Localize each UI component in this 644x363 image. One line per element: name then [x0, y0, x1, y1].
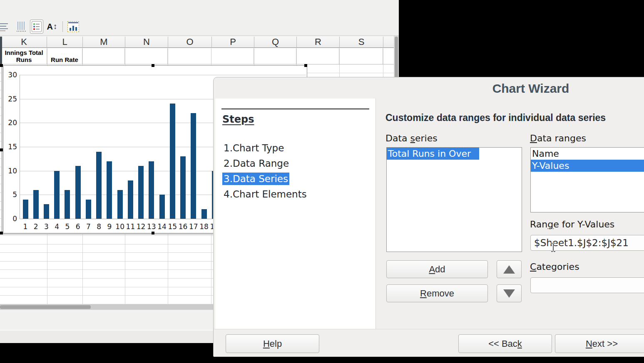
- range-for-y-input[interactable]: $Sheet1.$J$2:$J$21: [530, 235, 644, 251]
- add-button[interactable]: Add: [386, 260, 488, 278]
- steps-heading: Steps: [222, 114, 254, 125]
- bar-over-3[interactable]: [44, 204, 49, 219]
- column-header-partial[interactable]: [383, 37, 395, 48]
- cell-K1[interactable]: Innings Total Runs: [1, 48, 47, 64]
- selection-handle[interactable]: [152, 64, 154, 67]
- x-tick-label: 5: [62, 222, 73, 231]
- selection-handle[interactable]: [152, 232, 154, 235]
- toolbar-separator: [62, 21, 63, 32]
- range-for-y-label: Range for Y-Values: [530, 219, 614, 230]
- chart-toolbar: A↕: [0, 18, 399, 35]
- cell-O1[interactable]: [168, 48, 211, 64]
- bar-over-10[interactable]: [117, 190, 123, 219]
- data-series-item[interactable]: Total Runs in Over: [387, 148, 479, 160]
- down-arrow-icon: [503, 289, 515, 298]
- bar-over-12[interactable]: [138, 166, 144, 219]
- partial-column-header: [0, 37, 2, 66]
- x-tick-label: 18: [199, 222, 209, 231]
- selection-handle[interactable]: [304, 64, 307, 67]
- steps-panel: Steps 1.Chart Type2.Data Range3.Data Ser…: [215, 99, 376, 329]
- column-header-N[interactable]: N: [125, 37, 168, 48]
- column-header-P[interactable]: P: [212, 37, 254, 48]
- bar-over-9[interactable]: [107, 161, 112, 219]
- spreadsheet-row-1: Innings Total Runs Run Rate: [0, 48, 394, 64]
- x-tick-label: 13: [146, 222, 157, 231]
- data-ranges-listbox[interactable]: NameY-Values: [530, 147, 644, 212]
- data-table-icon[interactable]: [67, 20, 80, 33]
- bar-over-4[interactable]: [54, 171, 60, 219]
- wizard-step-4[interactable]: 4.Chart Elements: [222, 187, 308, 202]
- bar-over-15[interactable]: [170, 104, 175, 219]
- y-axis: [20, 75, 20, 219]
- data-range-item-y-values[interactable]: Y-Values: [531, 160, 644, 172]
- bar-over-16[interactable]: [180, 156, 186, 219]
- wizard-step-3[interactable]: 3.Data Series: [222, 171, 308, 187]
- cell-M1[interactable]: [82, 48, 125, 64]
- bar-over-6[interactable]: [75, 166, 81, 219]
- back-button[interactable]: << Back: [458, 334, 552, 353]
- y-tick-label: 0: [5, 215, 17, 223]
- scale-text-icon[interactable]: A↕: [46, 20, 58, 33]
- x-tick-label: 9: [104, 222, 115, 231]
- remove-button[interactable]: Remove: [386, 284, 488, 302]
- y-tick-label: 10: [5, 167, 17, 175]
- horizontal-scrollbar-thumb[interactable]: [0, 305, 91, 309]
- y-tick-label: 15: [5, 143, 17, 151]
- vertical-grids-icon[interactable]: [15, 20, 27, 33]
- column-header-R[interactable]: R: [297, 37, 340, 48]
- dialog-title: Chart Wizard: [214, 81, 644, 96]
- selection-handle[interactable]: [0, 64, 3, 67]
- x-tick-label: 16: [178, 222, 189, 231]
- cell-S1[interactable]: [339, 48, 383, 64]
- cell-R1[interactable]: [296, 48, 339, 64]
- x-tick-label: 1: [20, 222, 31, 231]
- wizard-step-1[interactable]: 1.Chart Type: [222, 141, 308, 156]
- cell-N1[interactable]: [125, 48, 168, 64]
- move-up-button[interactable]: [497, 260, 522, 278]
- up-arrow-icon: [503, 265, 515, 274]
- steps-divider: [221, 109, 369, 109]
- selection-handle[interactable]: [0, 148, 3, 151]
- bar-over-2[interactable]: [33, 190, 39, 219]
- column-header-M[interactable]: M: [83, 37, 125, 48]
- y-tick-label: 30: [5, 71, 17, 79]
- horizontal-grids-icon[interactable]: [0, 20, 12, 33]
- column-header-O[interactable]: O: [168, 37, 212, 48]
- x-tick-label: 3: [41, 222, 52, 231]
- column-header-S[interactable]: S: [340, 37, 383, 48]
- column-header-L[interactable]: L: [47, 37, 83, 48]
- bar-over-1[interactable]: [23, 200, 28, 219]
- bar-over-5[interactable]: [65, 190, 70, 219]
- x-tick-label: 4: [52, 222, 62, 231]
- bar-over-13[interactable]: [149, 161, 154, 219]
- column-header-K[interactable]: K: [1, 37, 47, 48]
- next-button[interactable]: Next >>: [555, 334, 644, 353]
- move-down-button[interactable]: [497, 284, 522, 302]
- chart-wizard-dialog: Chart Wizard Steps 1.Chart Type2.Data Ra…: [213, 77, 644, 356]
- cell-P1[interactable]: [211, 48, 254, 64]
- column-header-Q[interactable]: Q: [254, 37, 297, 48]
- help-button[interactable]: Help: [226, 334, 319, 353]
- y-gridline: [20, 75, 306, 75]
- y-tick-label: 25: [5, 95, 17, 103]
- bar-over-17[interactable]: [191, 113, 196, 219]
- page-heading: Customize data ranges for individual dat…: [385, 112, 606, 123]
- legend-on-off-icon[interactable]: [30, 20, 43, 34]
- column-headers: KLMNOPQRS: [0, 37, 394, 48]
- cell-L1[interactable]: Run Rate: [47, 48, 82, 64]
- categories-input[interactable]: [530, 277, 644, 293]
- bar-over-7[interactable]: [86, 200, 91, 219]
- categories-label: Categories: [530, 262, 579, 272]
- x-tick-label: 6: [72, 222, 83, 231]
- bar-over-11[interactable]: [128, 180, 133, 219]
- wizard-step-2[interactable]: 2.Data Range: [222, 156, 308, 171]
- selection-handle[interactable]: [0, 232, 3, 235]
- x-tick-label: 2: [30, 222, 41, 231]
- x-tick-label: 7: [83, 222, 94, 231]
- bar-over-14[interactable]: [159, 195, 165, 219]
- bar-over-8[interactable]: [96, 152, 102, 219]
- cell-Q1[interactable]: [254, 48, 296, 64]
- data-series-listbox[interactable]: Total Runs in Over: [386, 147, 522, 252]
- data-range-item-name[interactable]: Name: [531, 148, 644, 160]
- bar-over-18[interactable]: [201, 209, 207, 219]
